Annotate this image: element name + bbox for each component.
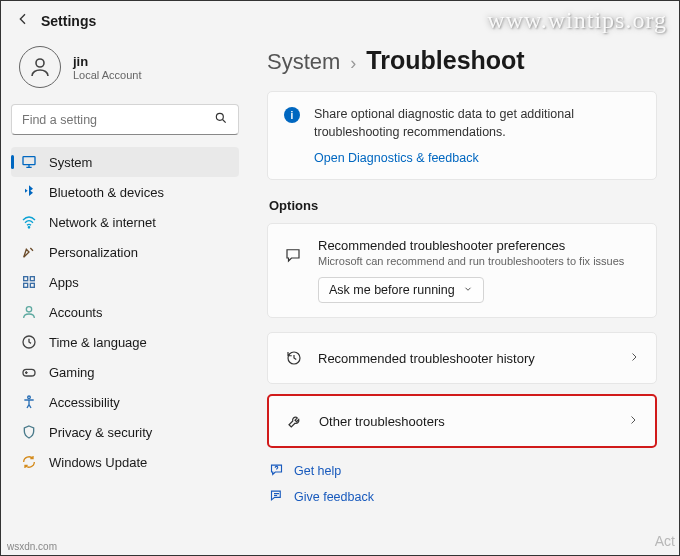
sidebar-item-system[interactable]: System	[11, 147, 239, 177]
svg-point-0	[36, 59, 44, 67]
svg-rect-6	[24, 283, 28, 287]
sidebar-item-update[interactable]: Windows Update	[11, 447, 239, 477]
info-icon: i	[284, 107, 300, 123]
sidebar-item-bluetooth[interactable]: Bluetooth & devices	[11, 177, 239, 207]
accessibility-icon	[21, 394, 37, 410]
diagnostic-info-card: i Share optional diagnostic data to get …	[267, 91, 657, 180]
sidebar-item-label: Personalization	[49, 245, 138, 260]
breadcrumb-current: Troubleshoot	[366, 46, 524, 75]
sidebar-item-gaming[interactable]: Gaming	[11, 357, 239, 387]
network-icon	[21, 214, 37, 230]
feedback-icon	[269, 488, 284, 506]
diagnostic-message: Share optional diagnostic data to get ad…	[314, 106, 640, 141]
watermark: www.wintips.org	[487, 7, 667, 34]
pref-title: Recommended troubleshooter preferences	[318, 238, 640, 253]
chevron-right-icon	[627, 414, 639, 429]
update-icon	[21, 454, 37, 470]
history-icon	[284, 349, 304, 367]
sidebar-item-label: Windows Update	[49, 455, 147, 470]
sidebar-item-label: Bluetooth & devices	[49, 185, 164, 200]
svg-rect-10	[23, 369, 35, 376]
privacy-icon	[21, 424, 37, 440]
others-label: Other troubleshooters	[319, 414, 613, 429]
open-diagnostics-link[interactable]: Open Diagnostics & feedback	[314, 151, 479, 165]
wrench-icon	[285, 412, 305, 430]
svg-rect-7	[30, 283, 34, 287]
dropdown-value: Ask me before running	[329, 283, 455, 297]
pref-desc: Microsoft can recommend and run troubles…	[318, 255, 640, 267]
breadcrumb: System › Troubleshoot	[267, 46, 657, 75]
svg-point-3	[28, 227, 29, 228]
sidebar-item-label: Privacy & security	[49, 425, 152, 440]
troubleshooter-history-row[interactable]: Recommended troubleshooter history	[267, 332, 657, 384]
settings-title: Settings	[41, 13, 96, 29]
activation-text: Act	[655, 533, 675, 549]
apps-icon	[21, 274, 37, 290]
time-icon	[21, 334, 37, 350]
svg-rect-4	[24, 277, 28, 281]
sidebar-item-accessibility[interactable]: Accessibility	[11, 387, 239, 417]
svg-point-11	[28, 396, 31, 399]
sidebar-item-apps[interactable]: Apps	[11, 267, 239, 297]
give-feedback-link[interactable]: Give feedback	[267, 484, 657, 510]
search-box[interactable]	[11, 104, 239, 135]
pref-dropdown[interactable]: Ask me before running	[318, 277, 484, 303]
personalization-icon	[21, 244, 37, 260]
sidebar-item-label: Gaming	[49, 365, 95, 380]
sidebar-item-label: Network & internet	[49, 215, 156, 230]
recommended-preferences-card: Recommended troubleshooter preferences M…	[267, 223, 657, 318]
avatar	[19, 46, 61, 88]
svg-point-8	[26, 307, 31, 312]
svg-rect-2	[23, 157, 35, 165]
sidebar-item-accounts[interactable]: Accounts	[11, 297, 239, 327]
sidebar-item-privacy[interactable]: Privacy & security	[11, 417, 239, 447]
svg-point-1	[216, 113, 223, 120]
gaming-icon	[21, 364, 37, 380]
svg-rect-5	[30, 277, 34, 281]
other-troubleshooters-row[interactable]: Other troubleshooters	[267, 394, 657, 448]
account-block[interactable]: jin Local Account	[11, 42, 239, 98]
search-icon	[214, 111, 228, 128]
get-help-link[interactable]: Get help	[267, 458, 657, 484]
source-label: wsxdn.com	[7, 541, 57, 552]
back-icon[interactable]	[15, 11, 31, 30]
history-label: Recommended troubleshooter history	[318, 351, 614, 366]
sidebar-item-label: System	[49, 155, 92, 170]
chevron-right-icon	[628, 351, 640, 366]
accounts-icon	[21, 304, 37, 320]
options-label: Options	[269, 198, 657, 213]
sidebar-item-label: Time & language	[49, 335, 147, 350]
help-icon	[269, 462, 284, 480]
sidebar-item-network[interactable]: Network & internet	[11, 207, 239, 237]
sidebar-item-time[interactable]: Time & language	[11, 327, 239, 357]
system-icon	[21, 154, 37, 170]
sidebar-item-label: Accessibility	[49, 395, 120, 410]
help-label: Get help	[294, 464, 341, 478]
feedback-label: Give feedback	[294, 490, 374, 504]
chat-icon	[284, 246, 304, 267]
search-input[interactable]	[22, 113, 214, 127]
account-type: Local Account	[73, 69, 142, 81]
account-name: jin	[73, 54, 142, 69]
bluetooth-icon	[21, 184, 37, 200]
chevron-down-icon	[463, 283, 473, 297]
sidebar-item-personalization[interactable]: Personalization	[11, 237, 239, 267]
breadcrumb-parent[interactable]: System	[267, 49, 340, 75]
breadcrumb-sep: ›	[350, 53, 356, 74]
sidebar-item-label: Apps	[49, 275, 79, 290]
sidebar-item-label: Accounts	[49, 305, 102, 320]
